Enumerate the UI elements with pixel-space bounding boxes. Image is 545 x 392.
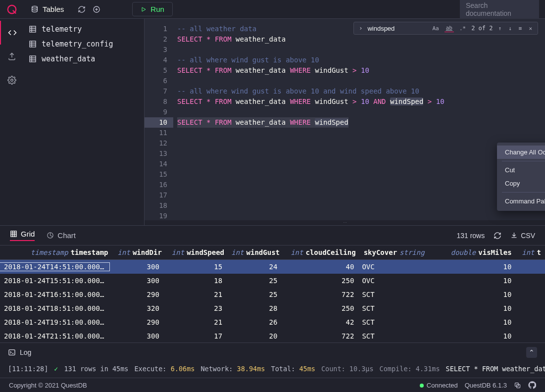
- find-next-icon[interactable]: ↓: [507, 25, 513, 32]
- svg-rect-5: [30, 41, 36, 47]
- table-row[interactable]: 2018-01-24T14:51:00.0000…300152440OVC10: [0, 260, 545, 274]
- copyright: Copyright © 2021 QuestDB: [9, 382, 87, 389]
- copy-icon[interactable]: [514, 382, 521, 389]
- rail-upload-icon[interactable]: [0, 45, 24, 68]
- context-menu: Change All Occurrences⌘F2CutCopyCommand …: [497, 143, 545, 211]
- download-icon: [510, 232, 518, 239]
- log-timestamp: [11:11:28]: [8, 365, 48, 373]
- version-label: QuestDB 6.1.3: [465, 382, 507, 389]
- table-row[interactable]: 2018-01-24T19:51:00.0000…290212642SCT10: [0, 315, 545, 329]
- search-documentation-input[interactable]: Search documentation: [460, 0, 539, 20]
- log-query: SELECT * FROM weather_data WHERE wind…: [446, 365, 545, 373]
- ctx-command-palette[interactable]: Command PaletteF1: [497, 195, 545, 208]
- find-widget: › Aa ab .* 2 of 2 ↑ ↓ ≡ ✕: [353, 22, 538, 35]
- col-skyCover[interactable]: skyCover string: [360, 248, 430, 256]
- sidebar-table-telemetry_config[interactable]: telemetry_config: [24, 37, 144, 51]
- run-label: Run: [150, 5, 164, 13]
- ctx-change-all-occurrences[interactable]: Change All Occurrences⌘F2: [497, 146, 545, 159]
- row-count: 131 rows: [456, 232, 485, 240]
- find-close-icon[interactable]: ✕: [527, 25, 534, 32]
- find-expand-icon[interactable]: ›: [358, 25, 363, 32]
- svg-point-3: [11, 79, 13, 82]
- col-windSpeed[interactable]: int windSpeed: [166, 248, 228, 256]
- col-windGust[interactable]: int windGust: [228, 248, 284, 256]
- find-prev-icon[interactable]: ↑: [497, 25, 503, 32]
- log-collapse-icon[interactable]: ⌃: [526, 347, 537, 358]
- svg-rect-7: [11, 231, 16, 237]
- add-icon[interactable]: [93, 5, 100, 13]
- find-selection-icon[interactable]: ≡: [517, 25, 524, 32]
- col-timestamp[interactable]: timestamp timestamp: [4, 248, 112, 256]
- col-visMiles[interactable]: double visMiles: [430, 248, 515, 256]
- run-button[interactable]: Run: [132, 2, 173, 16]
- sidebar-table-telemetry[interactable]: telemetry: [24, 22, 144, 37]
- tab-grid[interactable]: Grid: [10, 230, 35, 241]
- rail-settings-icon[interactable]: [0, 68, 24, 92]
- refresh-icon[interactable]: [78, 5, 86, 13]
- results-refresh-icon[interactable]: [494, 232, 501, 240]
- connection-status: Connected: [420, 382, 458, 389]
- tables-tab[interactable]: Tables: [24, 0, 71, 19]
- github-icon[interactable]: [528, 381, 536, 389]
- find-input[interactable]: [367, 25, 427, 32]
- svg-point-1: [32, 6, 38, 8]
- ctx-copy[interactable]: Copy: [497, 177, 545, 190]
- col-t[interactable]: int t: [516, 248, 545, 256]
- terminal-icon: [8, 348, 16, 356]
- app-logo: [0, 0, 24, 19]
- editor-resize-handle[interactable]: ⋯: [145, 220, 545, 225]
- log-title: Log: [20, 348, 31, 356]
- col-windDir[interactable]: int windDir: [112, 248, 166, 256]
- check-icon: ✓: [54, 365, 58, 373]
- table-row[interactable]: 2018-01-24T15:51:00.0000…3001825250OVC10: [0, 274, 545, 288]
- svg-rect-4: [30, 26, 36, 32]
- svg-rect-9: [9, 350, 15, 355]
- find-count: 2 of 2: [471, 25, 493, 32]
- play-icon: [141, 6, 147, 12]
- col-cloudCeiling[interactable]: int cloudCeiling: [284, 248, 360, 256]
- ctx-cut[interactable]: Cut: [497, 163, 545, 177]
- svg-rect-6: [30, 56, 36, 62]
- tab-chart[interactable]: Chart: [47, 231, 76, 240]
- table-row[interactable]: 2018-01-24T18:51:00.0000…3202328250SCT10: [0, 301, 545, 315]
- log-summary: 131 rows in 45ms: [64, 365, 128, 373]
- export-csv-button[interactable]: CSV: [510, 232, 535, 240]
- find-regex-icon[interactable]: .*: [458, 25, 467, 32]
- table-row[interactable]: 2018-01-24T16:51:00.0000…2902125722SCT10: [0, 288, 545, 301]
- find-word-icon[interactable]: ab: [445, 24, 454, 32]
- find-case-icon[interactable]: Aa: [431, 25, 440, 32]
- tables-tab-label: Tables: [43, 5, 64, 13]
- rail-editor-icon[interactable]: [0, 21, 24, 45]
- sidebar-table-weather_data[interactable]: weather_data: [24, 51, 144, 66]
- table-row[interactable]: 2018-01-24T21:51:00.0000…3001720722SCT10: [0, 329, 545, 343]
